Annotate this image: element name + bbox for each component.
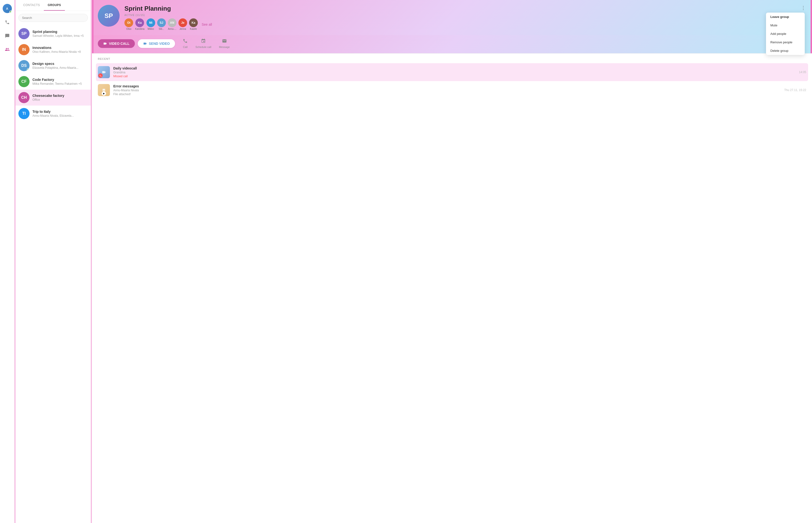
- group-item-sprint-planning[interactable]: SP Sprint planning Samuel Wheeler, Layla…: [15, 26, 92, 42]
- tab-groups[interactable]: GROUPS: [44, 0, 65, 11]
- member-karoliina[interactable]: Ka Karoliina: [135, 18, 145, 30]
- context-menu-delete-group[interactable]: Delete group: [766, 47, 805, 55]
- context-menu: Leave group Mute Add people Remove peopl…: [766, 13, 805, 55]
- people-icon-btn[interactable]: [3, 45, 12, 54]
- recent-status-videocall: Missed call: [113, 75, 796, 78]
- recent-time-error: Thu 27.11, 15:22: [784, 88, 806, 92]
- recent-time-videocall: 14:05: [799, 70, 806, 74]
- group-avatar-cheesecake: CH: [18, 92, 30, 103]
- group-members-code: Miika Remander, Teemu Pakarinen +5: [33, 82, 88, 86]
- user-avatar[interactable]: A: [3, 4, 12, 13]
- member-an[interactable]: AN Annu-...: [168, 18, 177, 30]
- group-members-design: Elizaveta Potapkina, Annu-Maaria...: [33, 66, 88, 70]
- recent-item-error-messages[interactable]: ▶ Error messages Annu-Maaria Nivala File…: [98, 81, 806, 99]
- message-button[interactable]: Message: [215, 38, 234, 49]
- phone-action-icon: [183, 38, 188, 44]
- recent-subtitle-error: Annu-Maaria Nivala: [113, 89, 781, 92]
- left-panel: CONTACTS GROUPS SP Sprint planning Samue…: [15, 0, 92, 523]
- see-all-link[interactable]: See all: [202, 22, 212, 26]
- group-item-code-factory[interactable]: CF Code Factory Miika Remander, Teemu Pa…: [15, 74, 92, 90]
- group-list: SP Sprint planning Samuel Wheeler, Layla…: [15, 25, 92, 523]
- group-name-innovations: Innovations: [33, 46, 88, 50]
- group-name-sprint: Sprint planning: [33, 30, 88, 34]
- sidebar: A: [0, 0, 15, 523]
- context-menu-remove-people[interactable]: Remove people: [766, 38, 805, 47]
- recent-title-error: Error messages: [113, 84, 781, 88]
- group-item-trip[interactable]: TI Trip to Italy Annu-Maaria Nivala, Eli…: [15, 106, 92, 122]
- calendar-icon: [201, 38, 206, 44]
- recent-label: RECENT: [98, 57, 806, 60]
- group-members-cheesecake: Office: [33, 98, 88, 102]
- send-video-button[interactable]: SEND VIDEO: [138, 39, 175, 48]
- group-detail-name: Sprint Planning: [125, 5, 806, 12]
- group-name-code: Code Factory: [33, 78, 88, 82]
- message-icon: [222, 38, 227, 44]
- member-otso[interactable]: Ot Otso: [125, 18, 133, 30]
- member-sj[interactable]: SJ Sib...: [157, 18, 166, 30]
- recent-thumb-videocall: [98, 66, 110, 78]
- search-box: [15, 11, 92, 25]
- group-avatar-sprint: SP: [18, 28, 30, 39]
- recent-section: RECENT Daily videocall Grandma Missed ca…: [92, 54, 812, 523]
- group-avatar-code: CF: [18, 76, 30, 87]
- group-header: SP Sprint Planning ACTIVE (11/15) Ot Ots…: [92, 0, 812, 35]
- member-jenna[interactable]: Je Jenna: [179, 18, 187, 30]
- member-mikko[interactable]: Mi Mikko: [146, 18, 155, 30]
- recent-title-videocall: Daily videocall: [113, 66, 796, 70]
- context-menu-leave-group[interactable]: Leave group: [766, 13, 805, 21]
- group-name-trip: Trip to Italy: [33, 110, 88, 113]
- group-avatar-trip: TI: [18, 108, 30, 119]
- group-members-innovations: Otso Kallinen, Annu-Maaria Nivala +8: [33, 50, 88, 54]
- group-avatar-design: DS: [18, 60, 30, 71]
- main-content: SP Sprint Planning ACTIVE (11/15) Ot Ots…: [92, 0, 812, 523]
- group-members-trip: Annu-Maaria Nivala, Elizaveta...: [33, 114, 88, 118]
- group-item-cheesecake[interactable]: CH Cheesecake factory Office: [15, 90, 92, 106]
- video-call-button[interactable]: VIDEO CALL: [98, 39, 135, 48]
- chat-icon-btn[interactable]: [3, 32, 12, 40]
- more-menu-button[interactable]: ⋮: [799, 4, 807, 12]
- recent-thumb-error: ▶: [98, 84, 110, 96]
- member-kaarle[interactable]: Ka Kaarle: [189, 18, 198, 30]
- group-members-sprint: Samuel Wheeler, Layla Whiten, Irma +5: [33, 34, 88, 38]
- missed-call-icon: [98, 73, 103, 78]
- group-avatar-innovations: IN: [18, 44, 30, 55]
- search-input[interactable]: [18, 14, 88, 22]
- online-indicator: [10, 11, 12, 13]
- recent-item-wrapper-1: Daily videocall Grandma Missed call 14:0…: [96, 63, 808, 81]
- members-row: Ot Otso Ka Karoliina Mi Mikko SJ Sib...: [125, 18, 806, 30]
- phone-icon-btn[interactable]: [3, 18, 12, 26]
- play-icon: ▶: [102, 91, 106, 96]
- online-dot: [27, 69, 29, 71]
- action-row: VIDEO CALL SEND VIDEO Call Schedule call…: [92, 35, 812, 54]
- group-name-design: Design specs: [33, 62, 88, 66]
- schedule-call-button[interactable]: Schedule call: [191, 38, 215, 49]
- context-menu-mute[interactable]: Mute: [766, 21, 805, 30]
- group-name-cheesecake: Cheesecake factory: [33, 94, 88, 97]
- recent-status-error: File attached!: [113, 92, 781, 96]
- group-item-design-specs[interactable]: DS Design specs Elizaveta Potapkina, Ann…: [15, 58, 92, 74]
- call-button[interactable]: Call: [179, 38, 191, 49]
- tabs-bar: CONTACTS GROUPS: [15, 0, 92, 11]
- context-menu-add-people[interactable]: Add people: [766, 30, 805, 38]
- recent-subtitle-videocall: Grandma: [113, 71, 796, 74]
- group-item-innovations[interactable]: IN Innovations Otso Kallinen, Annu-Maari…: [15, 42, 92, 58]
- active-label: ACTIVE (11/15): [125, 14, 806, 16]
- recent-item-videocall[interactable]: Daily videocall Grandma Missed call 14:0…: [98, 63, 806, 81]
- tab-contacts[interactable]: CONTACTS: [19, 0, 44, 11]
- group-header-avatar: SP: [98, 5, 119, 26]
